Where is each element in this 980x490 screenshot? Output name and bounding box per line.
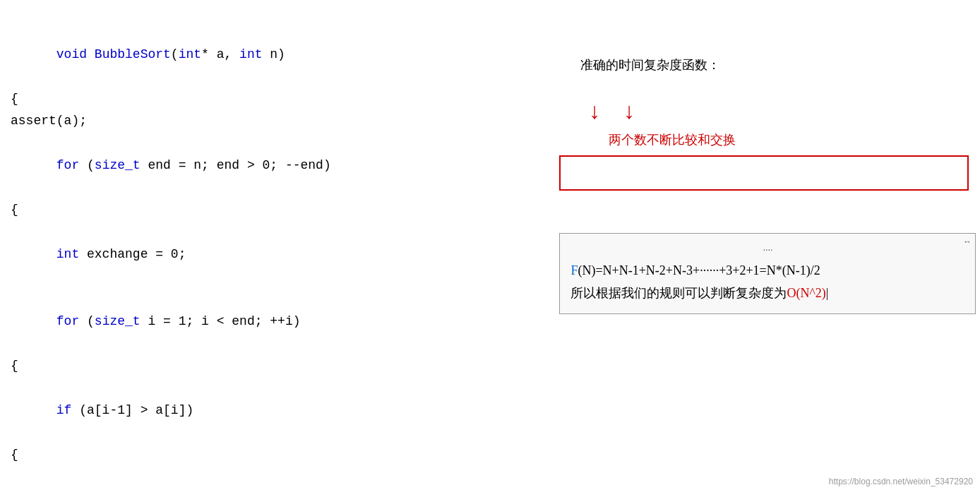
code-line-3: assert(a); [11, 110, 534, 133]
code-line-7: for (size_t i = 1; i < end; ++i) [11, 288, 534, 355]
keyword-void: void [56, 47, 95, 61]
arrow-down-1: ↓ [587, 102, 601, 124]
formula-dots: .... [570, 242, 964, 253]
code-line-10: { [11, 444, 534, 467]
annotation-title: 准确的时间复杂度函数： [580, 56, 959, 73]
main-container: void BubbleSort(int* a, int n) { assert(… [0, 0, 980, 490]
code-line-9: if (a[i-1] > a[i]) [11, 377, 534, 444]
code-area: void BubbleSort(int* a, int n) { assert(… [7, 14, 538, 476]
code-line-2: { [11, 88, 534, 111]
code-line-6: int exchange = 0; [11, 222, 534, 289]
code-line-11: Swap(&a[i-1], &a[i]); [11, 466, 534, 490]
watermark: https://blog.csdn.net/weixin_53472920 [829, 477, 973, 486]
formula-box: ↔ .... F(N)=N+N-1+N-2+N-3+······+3+2+1=N… [559, 233, 976, 314]
fn-bubblesort: BubbleSort [95, 47, 171, 61]
formula-line1: F(N)=N+N-1+N-2+N-3+······+3+2+1=N*(N-1)/… [570, 259, 964, 282]
arrow-down-2: ↓ [623, 102, 636, 124]
expand-icon: ↔ [964, 237, 969, 247]
annotation-area: 准确的时间复杂度函数： ↓ ↓ 两个数不断比较和交换 ↔ .... F(N)=N… [538, 14, 973, 476]
code-line-1: void BubbleSort(int* a, int n) [11, 21, 534, 88]
code-line-4: for (size_t end = n; end > 0; --end) [11, 133, 534, 200]
red-box [559, 155, 969, 191]
formula-line2: 所以根据我们的规则可以判断复杂度为O(N^2)| [570, 282, 964, 304]
code-line-5: { [11, 199, 534, 222]
annotation-label: 两个数不断比较和交换 [609, 131, 959, 148]
arrows-container: ↓ ↓ [587, 102, 959, 124]
code-line-8: { [11, 355, 534, 378]
